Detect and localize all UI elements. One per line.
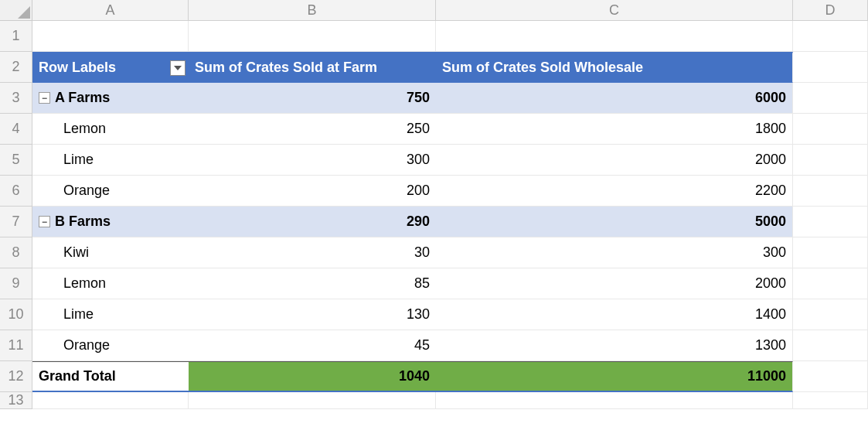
row-header-1[interactable]: 1 <box>0 21 32 52</box>
row-header-12[interactable]: 12 <box>0 361 32 392</box>
pivot-item-b-lemon-c[interactable]: 2000 <box>436 268 793 299</box>
row-header-13[interactable]: 13 <box>0 392 32 409</box>
cell-d1[interactable] <box>793 21 868 52</box>
cell-d5[interactable] <box>793 145 868 176</box>
cell-d6[interactable] <box>793 176 868 207</box>
row-header-9[interactable]: 9 <box>0 268 32 299</box>
cell-c1[interactable] <box>436 21 793 52</box>
row-header-4[interactable]: 4 <box>0 114 32 145</box>
pivot-item-b-lemon[interactable]: Lemon <box>32 268 189 299</box>
row-header-10[interactable]: 10 <box>0 299 32 330</box>
spreadsheet-grid: A B C D 1 2 Row Labels Sum of Crates Sol… <box>0 0 868 409</box>
pivot-item-b-orange[interactable]: Orange <box>32 330 189 361</box>
group-label: B Farms <box>55 214 111 230</box>
pivot-grand-total-b[interactable]: 1040 <box>189 361 436 392</box>
pivot-header-col-b[interactable]: Sum of Crates Sold at Farm <box>189 52 436 83</box>
pivot-group-a-farms-c[interactable]: 6000 <box>436 83 793 114</box>
pivot-item-a-lime[interactable]: Lime <box>32 145 189 176</box>
collapse-button-a-farms[interactable]: − <box>39 92 50 104</box>
pivot-header-col-c[interactable]: Sum of Crates Sold Wholesale <box>436 52 793 83</box>
column-header-b[interactable]: B <box>189 0 436 21</box>
cell-d10[interactable] <box>793 299 868 330</box>
cell-d8[interactable] <box>793 237 868 268</box>
pivot-item-a-lemon[interactable]: Lemon <box>32 114 189 145</box>
pivot-item-a-orange-c[interactable]: 2200 <box>436 176 793 207</box>
pivot-item-b-lime-b[interactable]: 130 <box>189 299 436 330</box>
pivot-group-b-farms-b[interactable]: 290 <box>189 207 436 237</box>
row-header-5[interactable]: 5 <box>0 145 32 176</box>
pivot-group-a-farms-b[interactable]: 750 <box>189 83 436 114</box>
select-all-corner[interactable] <box>0 0 32 21</box>
cell-d4[interactable] <box>793 114 868 145</box>
pivot-item-a-lemon-b[interactable]: 250 <box>189 114 436 145</box>
pivot-item-b-lemon-b[interactable]: 85 <box>189 268 436 299</box>
row-header-6[interactable]: 6 <box>0 176 32 207</box>
cell-b1[interactable] <box>189 21 436 52</box>
column-header-c[interactable]: C <box>436 0 793 21</box>
cell-a1[interactable] <box>32 21 189 52</box>
pivot-group-b-farms-c[interactable]: 5000 <box>436 207 793 237</box>
filter-dropdown-button[interactable] <box>170 60 186 76</box>
pivot-header-row-labels[interactable]: Row Labels <box>32 52 189 83</box>
cell-d13[interactable] <box>793 392 868 409</box>
pivot-item-b-kiwi-b[interactable]: 30 <box>189 237 436 268</box>
group-label: A Farms <box>55 90 110 106</box>
pivot-row-labels-text: Row Labels <box>39 60 116 76</box>
column-header-d[interactable]: D <box>793 0 868 21</box>
pivot-item-a-lime-b[interactable]: 300 <box>189 145 436 176</box>
pivot-item-b-kiwi[interactable]: Kiwi <box>32 237 189 268</box>
cell-c13[interactable] <box>436 392 793 409</box>
row-header-2[interactable]: 2 <box>0 52 32 83</box>
pivot-item-b-kiwi-c[interactable]: 300 <box>436 237 793 268</box>
chevron-down-icon <box>174 66 182 70</box>
row-header-8[interactable]: 8 <box>0 237 32 268</box>
pivot-grand-total-c[interactable]: 11000 <box>436 361 793 392</box>
cell-d2[interactable] <box>793 52 868 83</box>
pivot-item-a-lime-c[interactable]: 2000 <box>436 145 793 176</box>
cell-a13[interactable] <box>32 392 189 409</box>
cell-d3[interactable] <box>793 83 868 114</box>
pivot-item-a-lemon-c[interactable]: 1800 <box>436 114 793 145</box>
pivot-group-b-farms[interactable]: − B Farms <box>32 207 189 237</box>
pivot-group-a-farms[interactable]: − A Farms <box>32 83 189 114</box>
pivot-item-b-lime-c[interactable]: 1400 <box>436 299 793 330</box>
row-header-7[interactable]: 7 <box>0 207 32 237</box>
collapse-button-b-farms[interactable]: − <box>39 216 50 227</box>
cell-d12[interactable] <box>793 361 868 392</box>
row-header-3[interactable]: 3 <box>0 83 32 114</box>
cell-b13[interactable] <box>189 392 436 409</box>
pivot-item-a-orange-b[interactable]: 200 <box>189 176 436 207</box>
pivot-item-b-orange-b[interactable]: 45 <box>189 330 436 361</box>
cell-d9[interactable] <box>793 268 868 299</box>
pivot-item-b-orange-c[interactable]: 1300 <box>436 330 793 361</box>
pivot-item-a-orange[interactable]: Orange <box>32 176 189 207</box>
pivot-grand-total-label[interactable]: Grand Total <box>32 361 189 392</box>
cell-d11[interactable] <box>793 330 868 361</box>
pivot-item-b-lime[interactable]: Lime <box>32 299 189 330</box>
row-header-11[interactable]: 11 <box>0 330 32 361</box>
cell-d7[interactable] <box>793 207 868 237</box>
column-header-a[interactable]: A <box>32 0 189 21</box>
